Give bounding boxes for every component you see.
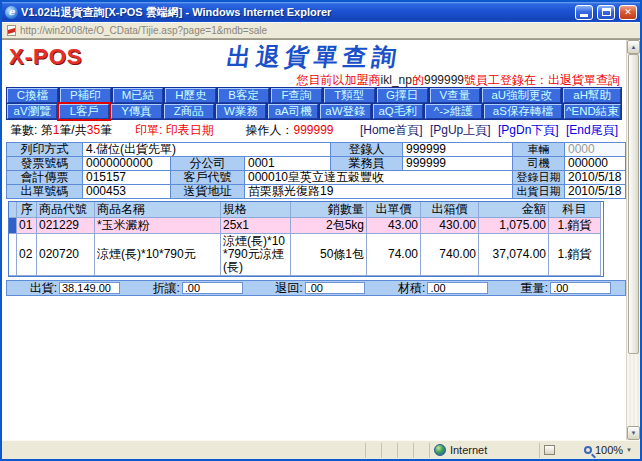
login-text: 您目前以加盟商 xyxy=(297,73,381,87)
vertical-scrollbar[interactable]: ▲ ▼ xyxy=(626,40,640,440)
record-count: 筆數: 第1筆/共35筆 xyxy=(10,122,135,139)
field-vehicle[interactable]: 0000 xyxy=(565,143,626,157)
button-type[interactable]: T類型 xyxy=(324,88,375,103)
total-label: 材積: xyxy=(377,280,427,297)
cell-amount: 1,075.00 xyxy=(479,218,549,234)
total-shipment: 出貨: 38,149.00 xyxy=(9,280,132,297)
label-salesman: 業務員 xyxy=(331,157,403,171)
cell-account: 1.銷貨 xyxy=(549,234,601,276)
button-help[interactable]: aH幫助 xyxy=(563,88,621,103)
button-maintain[interactable]: ^->維護 xyxy=(425,104,482,119)
scroll-down-button[interactable]: ▼ xyxy=(627,426,640,440)
address-url[interactable]: http://win2008/te/O_CData/Tijie.asp?page… xyxy=(20,25,267,36)
cell-product-code: 020720 xyxy=(37,234,95,276)
scrollbar-thumb[interactable] xyxy=(628,54,639,354)
button-login[interactable]: aW登錄 xyxy=(320,104,370,119)
field-order-no[interactable]: 000453 xyxy=(83,185,171,199)
button-sales[interactable]: W業務 xyxy=(216,104,266,119)
button-customer-order[interactable]: B客定 xyxy=(218,88,269,103)
field-salesman[interactable]: 999999 xyxy=(403,157,513,171)
col-product-code: 商品代號 xyxy=(37,202,95,218)
button-query[interactable]: F查詢 xyxy=(271,88,322,103)
window-title: V1.02出退貨查詢[X-POS 雲端網] - Windows Internet… xyxy=(21,5,571,20)
button-check-qty[interactable]: V查量 xyxy=(430,88,481,103)
cell-seq: 01 xyxy=(17,218,37,234)
operator: 操作人：999999 xyxy=(246,122,356,139)
scroll-down-icon: ▼ xyxy=(631,430,637,436)
cell-box-price: 740.00 xyxy=(421,234,479,276)
form-row-print: 列印方式 4.儲位(出貨先單) 登錄人 999999 車輛 0000 xyxy=(7,143,626,157)
row-selector[interactable] xyxy=(9,218,17,234)
total-label: 重量: xyxy=(500,280,550,297)
label-register-date: 登錄日期 xyxy=(513,171,565,185)
field-accounting-voucher[interactable]: 015157 xyxy=(83,171,171,185)
col-spec: 規格 xyxy=(221,202,291,218)
maximize-button[interactable] xyxy=(597,5,615,20)
total-volume: 材積: .00 xyxy=(377,280,500,297)
button-fax[interactable]: Y傳真 xyxy=(111,104,161,119)
cell-product-code: 021229 xyxy=(37,218,95,234)
zoom-level: 100% xyxy=(595,444,623,456)
page-title: 出退貨單查詢 xyxy=(2,42,626,72)
scrollbar-track[interactable] xyxy=(627,354,640,426)
form-row-voucher: 會計傳票 015157 客戶代號 000010皇英立達五穀豐收 登錄日期 201… xyxy=(7,171,626,185)
login-employee: 999999 xyxy=(424,73,464,87)
cell-spec: 25x1 xyxy=(221,218,291,234)
login-module: 出退貨單查詢 xyxy=(548,73,620,87)
total-label: 折讓: xyxy=(132,280,182,297)
zoom-control[interactable]: 100% ▼ xyxy=(580,443,640,458)
field-ship-date[interactable]: 2010/5/18 xyxy=(565,185,626,199)
field-branch[interactable]: 0001 xyxy=(245,157,331,171)
status-pane xyxy=(398,443,414,458)
button-force-update[interactable]: aU強制更改 xyxy=(482,88,561,103)
nav-pgdn[interactable]: [PgDn下頁] xyxy=(498,123,559,137)
table-row[interactable]: 01 021229 *玉米澱粉 25x1 2包5kg 43.00 430.00 … xyxy=(9,218,603,234)
button-browse[interactable]: aV瀏覽 xyxy=(7,104,57,119)
field-driver[interactable]: 000000 xyxy=(565,157,626,171)
field-invoice-no[interactable]: 0000000000 xyxy=(83,157,171,171)
nav-home[interactable]: [Home首頁] xyxy=(360,123,423,137)
field-customer-code[interactable]: 000010皇英立達五穀豐收 xyxy=(245,171,513,185)
minimize-button[interactable] xyxy=(575,5,593,20)
field-register-date[interactable]: 2010/5/18 xyxy=(565,171,626,185)
button-closed[interactable]: M已結 xyxy=(113,88,164,103)
button-reprint[interactable]: P補印 xyxy=(60,88,111,103)
cell-qty: 2包5kg xyxy=(291,218,367,234)
table-header-row: 序 商品代號 商品名稱 規格 銷數量 出單價 出箱價 金額 科目 xyxy=(9,202,603,218)
total-label: 出貨: xyxy=(9,280,59,297)
row-selector[interactable] xyxy=(9,234,17,276)
print-mode-label: 印單: 印表日期 xyxy=(135,122,245,139)
login-text: 的 xyxy=(412,73,424,87)
status-message-pane xyxy=(2,443,366,458)
content-area: X-POS 出退貨單查詢 您目前以加盟商ikl_np的999999號員工登錄在：… xyxy=(2,39,640,440)
button-driver[interactable]: aA司機 xyxy=(268,104,318,119)
scroll-up-button[interactable]: ▲ xyxy=(627,40,640,54)
button-end[interactable]: ^END結束 xyxy=(564,104,621,119)
table-row[interactable]: 02 020720 涼煙(長)*10*790元 涼煙(長)*10*790元涼煙(… xyxy=(9,234,603,276)
total-weight: 重量: .00 xyxy=(500,280,623,297)
label-vehicle: 車輛 xyxy=(513,143,565,157)
button-profit[interactable]: aQ毛利 xyxy=(373,104,423,119)
label-branch: 分公司 xyxy=(171,157,245,171)
form-row-invoice: 發票號碼 0000000000 分公司 0001 業務員 999999 司機 0… xyxy=(7,157,626,171)
button-history[interactable]: H歷史 xyxy=(165,88,216,103)
total-value: .00 xyxy=(427,282,488,294)
button-customer[interactable]: L客戶 xyxy=(59,104,109,119)
close-button[interactable]: ✕ xyxy=(619,5,637,20)
button-save-export[interactable]: aS保存轉檔 xyxy=(484,104,562,119)
field-print-mode[interactable]: 4.儲位(出貨先單) xyxy=(83,143,331,157)
field-delivery-address[interactable]: 苗栗縣光復路19 xyxy=(245,185,513,199)
button-product[interactable]: Z商品 xyxy=(164,104,214,119)
col-account: 科目 xyxy=(549,202,601,218)
label-customer-code: 客戶代號 xyxy=(171,171,245,185)
col-box-price: 出箱價 xyxy=(421,202,479,218)
total-value: .00 xyxy=(305,282,366,294)
button-change-file[interactable]: C換檔 xyxy=(7,88,58,103)
address-bar: http://win2008/te/O_CData/Tijie.asp?page… xyxy=(2,22,640,39)
globe-icon xyxy=(434,444,446,456)
nav-end[interactable]: [End尾頁] xyxy=(566,123,618,137)
field-registrant[interactable]: 999999 xyxy=(403,143,513,157)
nav-pgup[interactable]: [PgUp上頁] xyxy=(430,123,491,137)
status-bar: Internet 100% ▼ xyxy=(2,440,640,459)
button-pick-date[interactable]: G擇日 xyxy=(377,88,428,103)
